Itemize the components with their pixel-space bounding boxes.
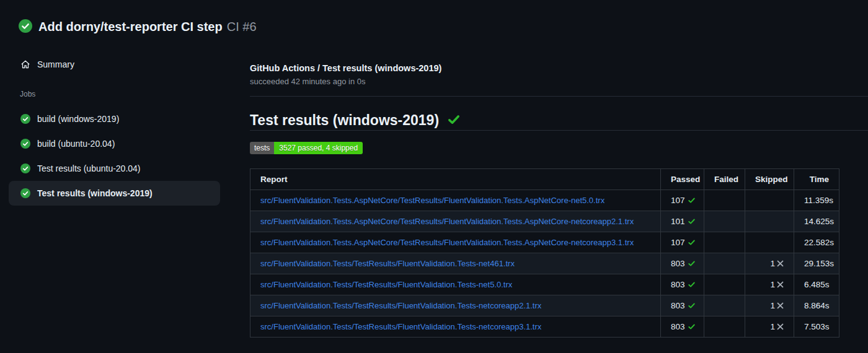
failed-cell [704,211,745,232]
x-icon [777,323,784,330]
check-icon [688,196,696,204]
check-icon [688,259,696,268]
header-divider [250,96,868,97]
report-link[interactable]: src/FluentValidation.Tests.AspNetCore/Te… [260,238,634,247]
column-header-report: Report [250,169,661,190]
table-row: src/FluentValidation.Tests.AspNetCore/Te… [250,232,839,253]
report-link[interactable]: src/FluentValidation.Tests/TestResults/F… [260,280,512,289]
badge-label: tests [250,142,274,154]
failed-cell [704,232,745,253]
report-cell: src/FluentValidation.Tests.AspNetCore/Te… [250,190,661,211]
report-link[interactable]: src/FluentValidation.Tests/TestResults/F… [260,322,541,331]
time-cell: 29.153s [794,253,839,274]
check-circle-icon [20,139,30,149]
table-row: src/FluentValidation.Tests.AspNetCore/Te… [250,211,839,232]
passed-cell: 107 [661,190,704,211]
heading-divider [250,130,868,131]
table-row: src/FluentValidation.Tests/TestResults/F… [250,316,839,338]
check-icon [688,323,696,331]
failed-cell [704,253,745,274]
time-cell: 11.359s [794,190,839,211]
check-icon [688,238,696,246]
x-icon [777,260,784,267]
sidebar-item-test-results-ubuntu[interactable]: Test results (ubuntu-20.04) [9,156,220,181]
badge-value: 3527 passed, 4 skipped [274,142,363,154]
sidebar: Summary Jobs build (windows-2019) build … [0,0,229,353]
report-heading: Test results (windows-2019) [250,111,461,129]
passed-cell: 803 [661,253,704,274]
column-header-time: Time [794,169,839,190]
skipped-cell: 1 [745,295,794,316]
failed-cell [704,190,745,211]
sidebar-item-label: Summary [37,59,74,69]
check-circle-icon [20,114,30,124]
check-icon [688,217,696,225]
time-cell: 22.582s [794,232,839,253]
column-header-failed: Failed [704,169,745,190]
sidebar-item-build-ubuntu[interactable]: build (ubuntu-20.04) [9,131,220,156]
skipped-cell: 1 [745,316,794,338]
column-header-skipped: Skipped [745,169,794,190]
run-number: CI #6 [227,20,257,33]
time-cell: 14.625s [794,211,839,232]
passed-cell: 101 [661,211,704,232]
sidebar-item-summary[interactable]: Summary [9,53,220,76]
report-link[interactable]: src/FluentValidation.Tests/TestResults/F… [260,259,515,268]
skipped-cell: 1 [745,274,794,295]
results-table-body: src/FluentValidation.Tests.AspNetCore/Te… [250,190,839,338]
x-icon [777,281,784,288]
report-cell: src/FluentValidation.Tests.AspNetCore/Te… [250,211,661,232]
report-cell: src/FluentValidation.Tests/TestResults/F… [250,295,661,316]
tests-badge: tests 3527 passed, 4 skipped [250,142,363,154]
check-circle-icon [20,188,30,198]
table-header-row: Report Passed Failed Skipped Time [250,169,839,190]
passed-cell: 803 [661,316,704,338]
home-icon [20,59,30,69]
report-link[interactable]: src/FluentValidation.Tests.AspNetCore/Te… [260,217,634,226]
sidebar-item-label: build (ubuntu-20.04) [37,139,115,149]
heading-check-icon [447,113,461,126]
skipped-cell: 1 [745,253,794,274]
report-cell: src/FluentValidation.Tests/TestResults/F… [250,274,661,295]
time-cell: 7.503s [794,316,839,338]
table-row: src/FluentValidation.Tests.AspNetCore/Te… [250,190,839,211]
skipped-cell [745,232,794,253]
failed-cell [704,274,745,295]
report-cell: src/FluentValidation.Tests/TestResults/F… [250,316,661,338]
check-icon [688,302,696,310]
report-link[interactable]: src/FluentValidation.Tests/TestResults/F… [260,301,541,310]
sidebar-item-test-results-windows[interactable]: Test results (windows-2019) [9,181,220,206]
report-cell: src/FluentValidation.Tests/TestResults/F… [250,253,661,274]
check-circle-icon [20,163,30,173]
table-row: src/FluentValidation.Tests/TestResults/F… [250,295,839,316]
sidebar-item-label: Test results (ubuntu-20.04) [37,163,141,173]
passed-cell: 107 [661,232,704,253]
passed-cell: 803 [661,295,704,316]
results-table: Report Passed Failed Skipped Time src/Fl… [250,168,839,338]
x-icon [777,302,784,309]
failed-cell [704,295,745,316]
skipped-cell [745,190,794,211]
report-link[interactable]: src/FluentValidation.Tests.AspNetCore/Te… [260,196,604,205]
skipped-cell [745,211,794,232]
check-run-status: succeeded 42 minutes ago in 0s [250,76,365,87]
passed-cell: 803 [661,274,704,295]
time-cell: 8.864s [794,295,839,316]
sidebar-item-build-windows[interactable]: build (windows-2019) [9,107,220,131]
report-cell: src/FluentValidation.Tests.AspNetCore/Te… [250,232,661,253]
check-icon [688,281,696,289]
check-run-title: GitHub Actions / Test results (windows-2… [250,63,441,74]
sidebar-item-label: Test results (windows-2019) [37,188,153,198]
sidebar-item-label: build (windows-2019) [37,114,119,124]
table-row: src/FluentValidation.Tests/TestResults/F… [250,253,839,274]
jobs-section-label: Jobs [20,90,35,98]
column-header-passed: Passed [661,169,704,190]
time-cell: 6.485s [794,274,839,295]
table-row: src/FluentValidation.Tests/TestResults/F… [250,274,839,295]
failed-cell [704,316,745,338]
